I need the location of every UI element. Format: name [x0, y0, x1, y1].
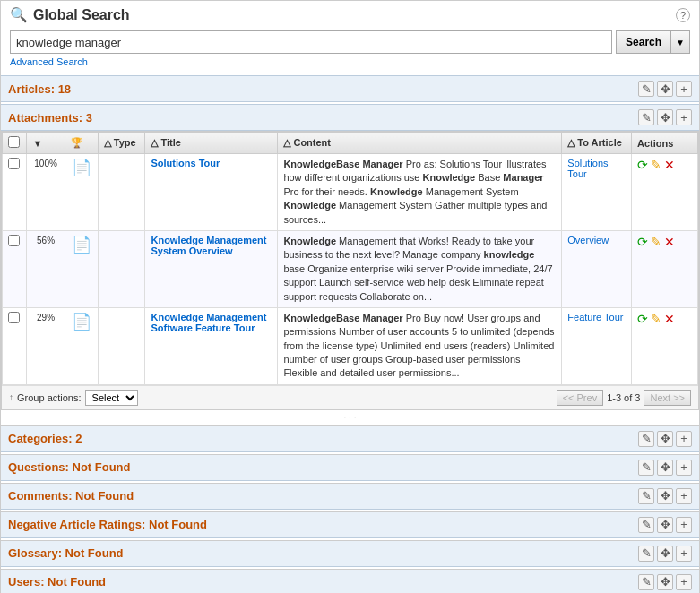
row-refresh-icon[interactable]: ⟳ [637, 235, 648, 249]
negative-ratings-add-icon[interactable]: + [676, 517, 692, 533]
search-glass-icon: 🔍 [10, 6, 28, 23]
row-content: KnowledgeBase Manager Pro as: Solutions … [278, 154, 562, 231]
attachments-expand-icon[interactable]: ✥ [657, 109, 673, 125]
comments-edit-icon[interactable]: ✎ [638, 488, 654, 504]
questions-expand-icon[interactable]: ✥ [657, 460, 673, 476]
users-edit-icon[interactable]: ✎ [638, 574, 654, 590]
search-input[interactable] [10, 30, 612, 54]
group-actions: ↑ Group actions: Select [9, 390, 138, 406]
doc-icon: 📄 [72, 236, 91, 254]
row-checkbox[interactable] [8, 235, 20, 246]
glossary-add-icon[interactable]: + [676, 546, 692, 562]
table-row: 29%📄Knowledge Management Software Featur… [3, 307, 698, 384]
col-score: ▼ [32, 138, 42, 149]
comments-section-header[interactable]: Comments: Not Found ✎ ✥ + [1, 483, 699, 510]
row-actions: ⟳ ✎ ✕ [632, 154, 698, 231]
next-page-button[interactable]: Next >> [644, 390, 691, 406]
row-title-link[interactable]: Knowledge Management Software Feature To… [151, 312, 266, 333]
categories-edit-icon[interactable]: ✎ [638, 431, 654, 447]
questions-section-header[interactable]: Questions: Not Found ✎ ✥ + [1, 454, 699, 481]
row-type [98, 307, 145, 384]
attachments-add-icon[interactable]: + [676, 109, 692, 125]
row-edit-icon[interactable]: ✎ [651, 235, 661, 249]
row-actions: ⟳ ✎ ✕ [632, 230, 698, 307]
col-file-icon-header: 🏆 [65, 133, 98, 154]
table-row: 56%📄Knowledge Management System Overview… [3, 230, 698, 307]
row-content: KnowledgeBase Manager Pro Buy now! User … [278, 307, 562, 384]
articles-expand-icon[interactable]: ✥ [657, 81, 673, 97]
users-add-icon[interactable]: + [676, 574, 692, 590]
articles-edit-icon[interactable]: ✎ [638, 81, 654, 97]
negative-ratings-expand-icon[interactable]: ✥ [657, 517, 673, 533]
row-delete-icon[interactable]: ✕ [664, 235, 675, 249]
row-refresh-icon[interactable]: ⟳ [637, 158, 648, 172]
table-row: 100%📄Solutions TourKnowledgeBase Manager… [3, 154, 698, 231]
categories-add-icon[interactable]: + [676, 431, 692, 447]
row-checkbox[interactable] [8, 158, 20, 169]
row-edit-icon[interactable]: ✎ [651, 158, 661, 172]
glossary-section-title: Glossary: Not Found [8, 546, 124, 560]
comments-add-icon[interactable]: + [676, 488, 692, 504]
glossary-section-header[interactable]: Glossary: Not Found ✎ ✥ + [1, 540, 699, 567]
col-content-header[interactable]: △ Content [278, 133, 562, 154]
articles-section-title: Articles: 18 [8, 82, 71, 96]
glossary-expand-icon[interactable]: ✥ [657, 546, 673, 562]
row-to-article-link[interactable]: Overview [567, 235, 609, 245]
row-type [98, 154, 145, 231]
page-title: Global Search [33, 7, 130, 23]
attachments-table: ▼ 🏆 △ Type △ Title △ Content △ To Articl… [2, 132, 698, 385]
row-to-article-link[interactable]: Solutions Tour [567, 158, 608, 179]
row-content: Knowledge Management that Works! Ready t… [278, 230, 562, 307]
articles-section-header[interactable]: Articles: 18 ✎ ✥ + [1, 75, 699, 102]
glossary-edit-icon[interactable]: ✎ [638, 546, 654, 562]
comments-section-title: Comments: Not Found [8, 489, 134, 503]
negative-ratings-section-title: Negative Article Ratings: Not Found [8, 518, 207, 531]
categories-section-header[interactable]: Categories: 2 ✎ ✥ + [1, 425, 699, 452]
row-score: 100% [34, 159, 57, 168]
row-score: 29% [37, 313, 55, 322]
attachments-section-header: Attachments: 3 ✎ ✥ + [1, 104, 699, 131]
categories-expand-icon[interactable]: ✥ [657, 431, 673, 447]
col-toarticle-header[interactable]: △ To Article [562, 133, 632, 154]
expand-dots[interactable]: · · · [1, 410, 699, 424]
row-edit-icon[interactable]: ✎ [651, 312, 661, 326]
questions-add-icon[interactable]: + [676, 460, 692, 476]
row-delete-icon[interactable]: ✕ [664, 158, 675, 172]
negative-ratings-section-header[interactable]: Negative Article Ratings: Not Found ✎ ✥ … [1, 511, 699, 538]
row-refresh-icon[interactable]: ⟳ [637, 312, 648, 326]
pagination: << Prev 1-3 of 3 Next >> [557, 390, 691, 406]
row-checkbox[interactable] [8, 312, 20, 323]
col-title-header[interactable]: △ Title [145, 133, 278, 154]
pdf-icon: 📄 [72, 159, 91, 176]
row-score: 56% [37, 236, 55, 245]
page-info: 1-3 of 3 [607, 392, 640, 403]
questions-edit-icon[interactable]: ✎ [638, 460, 654, 476]
row-title-link[interactable]: Knowledge Management System Overview [151, 235, 266, 256]
col-type-header[interactable]: △ Type [98, 133, 145, 154]
advanced-search-link[interactable]: Advanced Search [10, 56, 88, 67]
row-to-article-link[interactable]: Feature Tour [567, 312, 623, 322]
group-actions-select[interactable]: Select [85, 390, 138, 406]
row-type [98, 230, 145, 307]
table-footer: ↑ Group actions: Select << Prev 1-3 of 3… [2, 385, 698, 409]
users-section-header[interactable]: Users: Not Found ✎ ✥ + [1, 569, 699, 593]
questions-section-title: Questions: Not Found [8, 460, 130, 474]
users-section-title: Users: Not Found [8, 575, 106, 589]
prev-page-button[interactable]: << Prev [557, 390, 604, 406]
row-actions: ⟳ ✎ ✕ [632, 307, 698, 384]
negative-ratings-edit-icon[interactable]: ✎ [638, 517, 654, 533]
users-expand-icon[interactable]: ✥ [657, 574, 673, 590]
group-actions-arrow-icon: ↑ [9, 392, 13, 402]
search-dropdown-button[interactable]: ▼ [670, 30, 690, 54]
help-icon[interactable]: ? [676, 8, 690, 22]
attachments-edit-icon[interactable]: ✎ [638, 109, 654, 125]
comments-expand-icon[interactable]: ✥ [657, 488, 673, 504]
categories-section-title: Categories: 2 [8, 432, 82, 445]
row-title-link[interactable]: Solutions Tour [151, 158, 220, 168]
articles-add-icon[interactable]: + [676, 81, 692, 97]
search-button[interactable]: Search [616, 30, 670, 54]
select-all-checkbox[interactable] [8, 136, 20, 148]
attachments-section-title: Attachments: 3 [8, 111, 92, 125]
doc-icon: 📄 [72, 313, 91, 331]
row-delete-icon[interactable]: ✕ [664, 312, 675, 326]
